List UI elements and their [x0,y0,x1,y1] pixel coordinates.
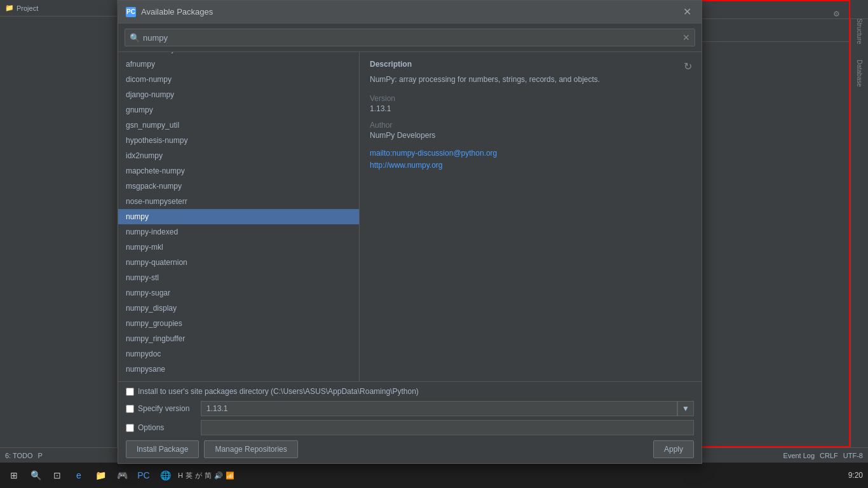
taskbar-folder[interactable]: 📁 [92,466,109,484]
project-icon: 📁 [5,4,14,12]
description-text: NumPy: array processing for numbers, str… [370,74,691,85]
package-list-item[interactable]: numpy [118,209,359,224]
dialog-content: BSON-NumPyafnumpydicom-numpydjango-numpy… [118,52,702,381]
version-dropdown-button[interactable]: ▼ [677,401,694,416]
dialog-icon: PC [126,7,136,17]
package-list-item[interactable]: numpy-mkl [118,240,359,255]
search-bar: 🔍 ✕ [118,24,702,52]
package-list-item[interactable]: gnumpy [118,102,359,118]
version-input-row: ▼ [201,401,694,416]
package-list-item[interactable]: numpydoc [118,346,359,362]
apply-button[interactable]: Apply [653,440,694,458]
search-input-wrap: 🔍 ✕ [125,29,695,46]
specify-version-row: Specify version ▼ [126,401,694,416]
options-input[interactable] [201,420,694,435]
taskbar-systray: H英が简 🔊📶 [178,471,234,480]
manage-repositories-button[interactable]: Manage Repositories [204,440,297,458]
utf-status: UTF-8 [843,452,863,459]
package-list-item[interactable]: mapchete-numpy [118,163,359,179]
search-clear-button[interactable]: ✕ [682,33,690,42]
taskbar-pycharm[interactable]: PC [135,466,153,484]
specify-version-checkbox[interactable] [126,405,134,413]
package-list-item[interactable]: BSON-NumPy [118,52,359,57]
python-status: P [38,452,43,459]
right-panel-tabs: Structure Database [850,19,868,447]
options-row: Options [126,420,694,435]
package-list-item[interactable]: numpy-indexed [118,224,359,240]
dialog-title: Available Packages [141,7,680,17]
package-list-item[interactable]: numpyson [118,377,359,381]
package-website-link[interactable]: http://www.numpy.org [370,159,691,172]
install-path-label[interactable]: Install to user's site packages director… [126,387,419,396]
package-list-panel: BSON-NumPyafnumpydicom-numpydjango-numpy… [118,52,360,381]
package-email-link[interactable]: mailto:numpy-discussion@python.org [370,147,691,159]
todo-status: 6: TODO [5,452,33,459]
package-search-input[interactable] [125,29,695,46]
package-list-item[interactable]: numpy_ringbuffer [118,331,359,346]
package-list-item[interactable]: numpy-stl [118,270,359,285]
description-panel: ↻ Description NumPy: array processing fo… [360,52,702,381]
package-list-item[interactable]: gsn_numpy_util [118,118,359,133]
dialog-close-button[interactable]: ✕ [680,5,694,19]
taskbar-browser[interactable]: 🌐 [156,466,174,484]
ide-sidebar: 📁 Project [0,0,118,447]
install-path-checkbox[interactable] [126,388,134,396]
taskbar-edge[interactable]: e [70,466,88,484]
refresh-button[interactable]: ↻ [680,58,695,74]
install-path-row: Install to user's site packages director… [126,387,694,396]
package-list-item[interactable]: numpy_display [118,301,359,316]
package-list-item[interactable]: hypothesis-numpy [118,133,359,148]
description-label: Description [370,60,691,69]
options-label: Options [138,423,164,432]
version-input[interactable] [201,401,677,416]
author-value: NumPy Developers [370,131,691,140]
install-package-button[interactable]: Install Package [126,440,199,458]
taskbar-clock: 9:20 [848,471,863,480]
taskbar: ⊞ 🔍 ⊡ e 📁 🎮 PC 🌐 H英が简 🔊📶 9:20 [0,463,868,488]
version-value: 1.13.1 [370,104,691,113]
taskbar-app1[interactable]: 🎮 [113,466,131,484]
dialog-bottom: Install to user's site packages director… [118,381,702,463]
package-list-item[interactable]: dicom-numpy [118,72,359,87]
install-path-text: Install to user's site packages director… [138,387,419,396]
package-list-item[interactable]: msgpack-numpy [118,179,359,194]
package-list-item[interactable]: numpysane [118,362,359,377]
crlf-status: CRLF [820,452,838,459]
project-label: Project [17,4,38,12]
settings-gear-button[interactable]: ⚙ [829,6,844,22]
structure-tab[interactable]: Structure [855,24,864,38]
version-label: Version [370,94,691,103]
package-list-item[interactable]: idx2numpy [118,148,359,163]
taskbar-task[interactable]: ⊡ [48,466,66,484]
package-list-item[interactable]: numpy-sugar [118,285,359,301]
package-list-item[interactable]: numpy-quaternion [118,255,359,270]
event-log[interactable]: Event Log [783,452,815,459]
taskbar-start[interactable]: ⊞ [5,466,23,484]
author-label: Author [370,121,691,130]
package-list: BSON-NumPyafnumpydicom-numpydjango-numpy… [118,52,359,381]
database-tab[interactable]: Database [855,66,864,80]
taskbar-search[interactable]: 🔍 [27,466,44,484]
dialog-titlebar: PC Available Packages ✕ [118,1,702,24]
options-checkbox[interactable] [126,424,134,432]
available-packages-dialog: PC Available Packages ✕ 🔍 ✕ BSON-NumPyaf… [118,0,702,464]
package-list-item[interactable]: numpy_groupies [118,316,359,331]
search-icon: 🔍 [130,33,140,43]
package-list-item[interactable]: afnumpy [118,57,359,72]
package-list-item[interactable]: django-numpy [118,87,359,102]
specify-version-label: Specify version [138,404,189,413]
package-list-item[interactable]: nose-numpyseterr [118,194,359,209]
button-row: Install Package Manage Repositories Appl… [126,440,694,458]
